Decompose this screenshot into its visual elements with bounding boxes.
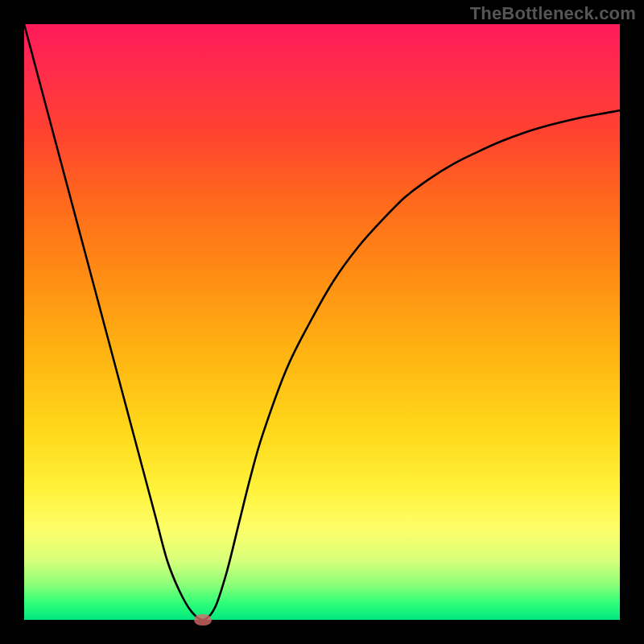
plot-area: [24, 24, 620, 620]
bottleneck-curve: [24, 24, 620, 620]
watermark-text: TheBottleneck.com: [470, 3, 636, 24]
chart-frame: TheBottleneck.com: [0, 0, 644, 644]
curve-path: [24, 24, 620, 620]
minimum-marker: [194, 614, 212, 625]
